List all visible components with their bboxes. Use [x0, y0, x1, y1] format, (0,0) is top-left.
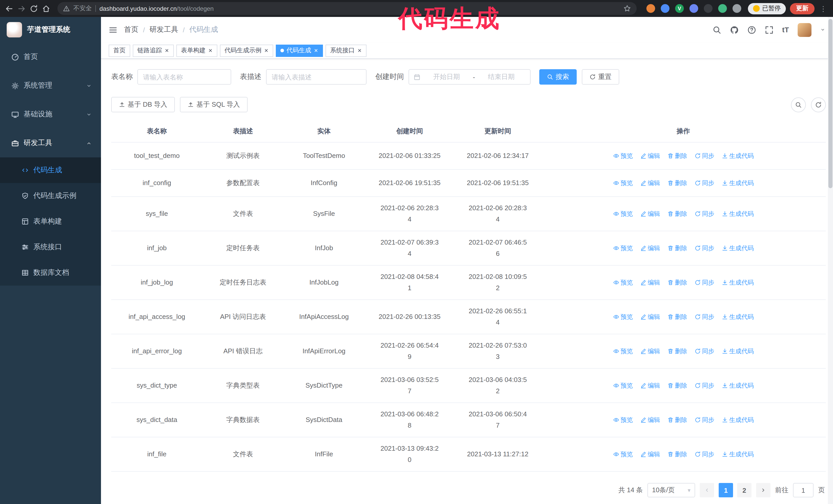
- table-desc-input[interactable]: [266, 69, 366, 85]
- preview-link[interactable]: 预览: [613, 311, 633, 322]
- sidebar-item-home[interactable]: 首页: [0, 43, 101, 71]
- close-icon[interactable]: [357, 48, 362, 53]
- extensions-puzzle-icon[interactable]: [733, 4, 741, 13]
- sync-link[interactable]: 同步: [694, 311, 714, 322]
- bookmark-star-icon[interactable]: [623, 5, 631, 12]
- extension-icon-blue[interactable]: [661, 4, 669, 13]
- sidebar-item-devtools[interactable]: 研发工具: [0, 129, 101, 158]
- breadcrumb-item[interactable]: 首页: [124, 25, 138, 34]
- scrollbar-thumb[interactable]: [828, 19, 832, 188]
- generate-link[interactable]: 生成代码: [721, 449, 754, 460]
- generate-link[interactable]: 生成代码: [721, 311, 754, 322]
- tab-tracing[interactable]: 链路追踪: [133, 44, 174, 57]
- sync-link[interactable]: 同步: [694, 277, 714, 288]
- sync-link[interactable]: 同步: [694, 150, 714, 162]
- sync-link[interactable]: 同步: [694, 380, 714, 391]
- tab-home[interactable]: 首页: [109, 44, 130, 57]
- generate-link[interactable]: 生成代码: [721, 380, 754, 391]
- delete-link[interactable]: 删除: [667, 277, 687, 288]
- toggle-search-button[interactable]: [791, 97, 806, 112]
- tab-api[interactable]: 系统接口: [326, 44, 366, 57]
- sidebar-item-api[interactable]: 系统接口: [0, 234, 101, 260]
- breadcrumb-item[interactable]: 研发工具: [149, 25, 178, 34]
- page-button-1[interactable]: 1: [719, 483, 733, 497]
- browser-home-icon[interactable]: [42, 4, 50, 13]
- browser-forward-icon[interactable]: [18, 4, 26, 13]
- extension-icon-orange[interactable]: [646, 4, 655, 13]
- update-button[interactable]: 更新: [790, 3, 814, 14]
- preview-link[interactable]: 预览: [613, 242, 633, 254]
- refresh-table-button[interactable]: [811, 97, 826, 112]
- page-button-2[interactable]: 2: [737, 483, 752, 497]
- search-button[interactable]: 搜索: [539, 69, 577, 85]
- browser-back-icon[interactable]: [5, 4, 13, 13]
- sync-link[interactable]: 同步: [694, 414, 714, 426]
- generate-link[interactable]: 生成代码: [721, 345, 754, 357]
- delete-link[interactable]: 删除: [667, 177, 687, 189]
- edit-link[interactable]: 编辑: [640, 242, 660, 254]
- tab-form-builder[interactable]: 表单构建: [176, 44, 217, 57]
- extension-icon-green-v[interactable]: V: [675, 4, 684, 13]
- preview-link[interactable]: 预览: [613, 277, 633, 288]
- sidebar-item-system[interactable]: 系统管理: [0, 71, 101, 100]
- preview-link[interactable]: 预览: [613, 150, 633, 162]
- delete-link[interactable]: 删除: [667, 311, 687, 322]
- delete-link[interactable]: 删除: [667, 380, 687, 391]
- goto-page-input[interactable]: [793, 483, 813, 497]
- fullscreen-icon[interactable]: [765, 25, 774, 34]
- edit-link[interactable]: 编辑: [640, 177, 660, 189]
- sync-link[interactable]: 同步: [694, 345, 714, 357]
- preview-link[interactable]: 预览: [613, 414, 633, 426]
- page-size-select[interactable]: 10条/页 ▾: [647, 483, 695, 497]
- edit-link[interactable]: 编辑: [640, 150, 660, 162]
- generate-link[interactable]: 生成代码: [721, 208, 754, 219]
- table-name-input[interactable]: [137, 69, 231, 85]
- preview-link[interactable]: 预览: [613, 208, 633, 219]
- edit-link[interactable]: 编辑: [640, 311, 660, 322]
- generate-link[interactable]: 生成代码: [721, 277, 754, 288]
- import-db-button[interactable]: 基于 DB 导入: [111, 97, 175, 112]
- tab-codegen[interactable]: 代码生成: [276, 44, 323, 57]
- browser-menu-icon[interactable]: ⋮: [819, 4, 828, 13]
- edit-link[interactable]: 编辑: [640, 380, 660, 391]
- sync-link[interactable]: 同步: [694, 242, 714, 254]
- user-avatar[interactable]: [798, 23, 811, 37]
- sync-paused-badge[interactable]: 已暂停: [748, 3, 786, 14]
- close-icon[interactable]: [264, 48, 269, 53]
- question-icon[interactable]: [747, 25, 756, 34]
- preview-link[interactable]: 预览: [613, 177, 633, 189]
- sidebar-item-form-builder[interactable]: 表单构建: [0, 209, 101, 234]
- sidebar-item-infra[interactable]: 基础设施: [0, 100, 101, 129]
- sidebar-item-codegen[interactable]: 代码生成: [0, 158, 101, 183]
- generate-link[interactable]: 生成代码: [721, 177, 754, 189]
- delete-link[interactable]: 删除: [667, 208, 687, 219]
- caret-down-icon[interactable]: [820, 27, 825, 32]
- sync-link[interactable]: 同步: [694, 449, 714, 460]
- generate-link[interactable]: 生成代码: [721, 242, 754, 254]
- collapse-menu-icon[interactable]: [109, 25, 117, 34]
- delete-link[interactable]: 删除: [667, 449, 687, 460]
- delete-link[interactable]: 删除: [667, 345, 687, 357]
- close-icon[interactable]: [208, 48, 213, 53]
- prev-page-button[interactable]: [700, 483, 714, 497]
- edit-link[interactable]: 编辑: [640, 345, 660, 357]
- delete-link[interactable]: 删除: [667, 242, 687, 254]
- vue-devtools-icon[interactable]: [718, 4, 727, 13]
- github-icon[interactable]: [730, 25, 739, 34]
- delete-link[interactable]: 删除: [667, 414, 687, 426]
- sync-link[interactable]: 同步: [694, 177, 714, 189]
- reset-button[interactable]: 重置: [582, 69, 619, 85]
- search-icon[interactable]: [713, 25, 721, 34]
- close-icon[interactable]: [314, 48, 318, 53]
- preview-link[interactable]: 预览: [613, 449, 633, 460]
- address-bar[interactable]: 不安全 dashboard.yudao.iocoder.cn/tool/code…: [57, 2, 637, 15]
- next-page-button[interactable]: [756, 483, 770, 497]
- preview-link[interactable]: 预览: [613, 380, 633, 391]
- date-range-picker[interactable]: 开始日期 - 结束日期: [408, 69, 530, 85]
- extension-icon-dark[interactable]: [704, 4, 713, 13]
- browser-reload-icon[interactable]: [30, 4, 38, 13]
- sync-link[interactable]: 同步: [694, 208, 714, 219]
- tab-codegen-demo[interactable]: 代码生成示例: [220, 44, 273, 57]
- sidebar-item-db-doc[interactable]: 数据库文档: [0, 260, 101, 286]
- sidebar-item-codegen-demo[interactable]: 代码生成示例: [0, 183, 101, 209]
